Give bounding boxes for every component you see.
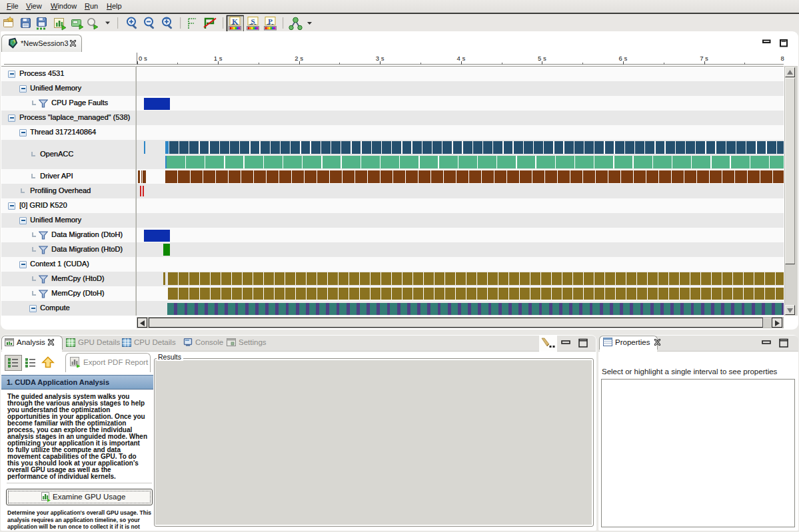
svg-text:P: P [268, 17, 273, 25]
svg-text:K: K [232, 17, 238, 25]
svg-text:S: S [251, 17, 255, 25]
